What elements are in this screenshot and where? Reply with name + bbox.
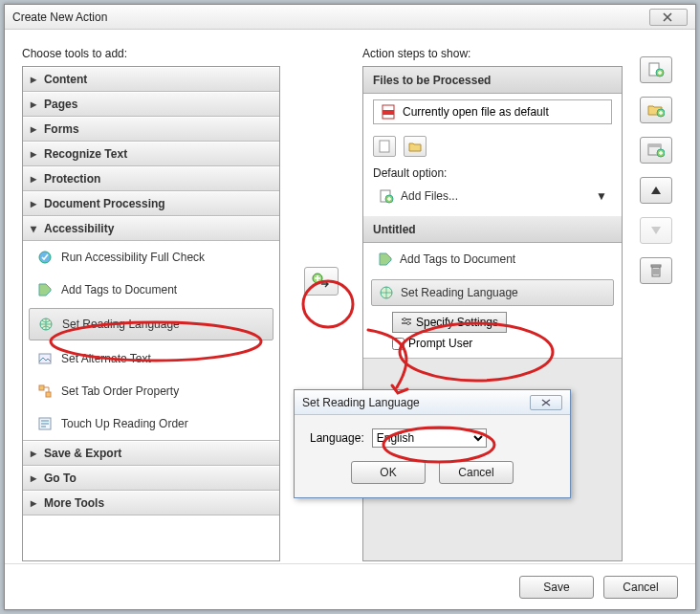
svg-point-15 <box>404 318 406 321</box>
section-pages[interactable]: ▸Pages <box>23 92 279 117</box>
group-files-to-process: Files to be Processed <box>363 67 622 94</box>
tools-panel: ▸Content ▸Pages ▸Forms ▸Recognize Text ▸… <box>22 66 280 561</box>
close-icon <box>539 399 553 406</box>
section-forms[interactable]: ▸Forms <box>23 117 279 142</box>
dialog-cancel-button[interactable]: Cancel <box>439 461 514 484</box>
choose-tools-label: Choose tools to add: <box>22 47 280 60</box>
dialog-close-button[interactable] <box>530 395 562 410</box>
tool-run-full-check[interactable]: Run Accessibility Full Check <box>23 241 279 274</box>
open-folder-button[interactable] <box>404 136 427 157</box>
section-content[interactable]: ▸Content <box>23 67 279 92</box>
section-protection[interactable]: ▸Protection <box>23 166 279 191</box>
create-new-action-window: Create New Action Choose tools to add: ▸… <box>4 4 696 610</box>
tools-column: Choose tools to add: ▸Content ▸Pages ▸Fo… <box>22 47 280 561</box>
svg-rect-3 <box>39 385 44 390</box>
group-untitled: Untitled <box>363 216 622 243</box>
prompt-user-row: Prompt User <box>392 337 614 350</box>
tab-order-icon <box>36 383 54 400</box>
dialog-ok-button[interactable]: OK <box>351 461 426 484</box>
folder-icon <box>408 141 422 152</box>
set-reading-language-dialog: Set Reading Language Language: English O… <box>294 389 571 498</box>
dialog-title: Set Reading Language <box>302 396 530 409</box>
check-icon <box>36 249 54 266</box>
add-arrow-icon <box>312 273 331 290</box>
add-folder-sidebutton[interactable] <box>640 97 672 123</box>
triangle-down-icon <box>650 226 662 235</box>
add-panel-sidebutton[interactable] <box>640 137 672 164</box>
tool-touch-up-reading-order[interactable]: Touch Up Reading Order <box>23 407 279 440</box>
svg-rect-2 <box>39 354 51 363</box>
globe-icon <box>378 284 395 301</box>
language-label: Language: <box>310 431 364 445</box>
panel-plus-icon <box>647 143 665 158</box>
language-select[interactable]: English <box>372 428 487 448</box>
svg-rect-8 <box>383 110 394 115</box>
section-accessibility[interactable]: ▾Accessibility <box>23 216 279 241</box>
add-files-dropdown[interactable]: Add Files... ▼ <box>373 184 612 208</box>
image-icon <box>36 350 54 367</box>
svg-rect-9 <box>380 141 389 152</box>
delete-sidebutton[interactable] <box>640 257 672 284</box>
svg-rect-4 <box>46 392 51 397</box>
add-to-action-button[interactable] <box>304 267 339 296</box>
page-plus-icon <box>647 62 665 77</box>
default-option-label: Default option: <box>363 163 622 182</box>
tool-set-reading-language[interactable]: Set Reading Language <box>29 308 273 340</box>
step-add-tags[interactable]: Add Tags to Document <box>371 247 614 272</box>
action-steps-label: Action steps to show: <box>362 47 623 60</box>
section-goto[interactable]: ▸Go To <box>23 466 279 491</box>
tag-icon <box>377 251 394 268</box>
blank-page-icon <box>379 140 390 153</box>
window-title: Create New Action <box>12 11 649 24</box>
trash-icon <box>649 263 663 278</box>
add-files-icon <box>378 187 395 205</box>
default-file-row: Currently open file as default <box>373 99 612 124</box>
close-icon <box>663 12 674 22</box>
tool-set-alt-text[interactable]: Set Alternate Text <box>23 342 279 375</box>
settings-icon <box>401 317 412 328</box>
move-up-sidebutton[interactable] <box>640 177 672 204</box>
titlebar: Create New Action <box>5 5 695 30</box>
section-document-processing[interactable]: ▸Document Processing <box>23 191 279 216</box>
caret-down-icon: ▼ <box>596 189 607 203</box>
side-buttons <box>640 47 678 561</box>
globe-icon <box>37 316 55 333</box>
step-set-reading-language[interactable]: Set Reading Language <box>371 279 614 306</box>
section-more-tools[interactable]: ▸More Tools <box>23 491 279 515</box>
svg-point-16 <box>407 322 410 325</box>
dialog-titlebar: Set Reading Language <box>295 390 570 415</box>
accessibility-tools-list: Run Accessibility Full Check Add Tags to… <box>23 241 279 441</box>
add-file-sidebutton[interactable] <box>640 56 672 83</box>
new-file-button[interactable] <box>373 136 396 157</box>
reading-order-icon <box>36 415 54 432</box>
cancel-button[interactable]: Cancel <box>603 576 678 599</box>
save-button[interactable]: Save <box>519 576 594 599</box>
svg-rect-24 <box>651 265 661 267</box>
move-down-sidebutton[interactable] <box>640 217 672 244</box>
tool-add-tags[interactable]: Add Tags to Document <box>23 274 279 306</box>
section-save-export[interactable]: ▸Save & Export <box>23 441 279 466</box>
tag-icon <box>36 281 54 298</box>
tool-set-tab-order[interactable]: Set Tab Order Property <box>23 375 279 407</box>
triangle-up-icon <box>650 186 662 195</box>
footer: Save Cancel <box>5 563 695 609</box>
specify-settings-button[interactable]: Specify Settings <box>392 312 507 333</box>
svg-rect-21 <box>648 144 661 147</box>
folder-plus-icon <box>647 102 665 118</box>
prompt-user-checkbox[interactable] <box>392 338 405 350</box>
window-close-button[interactable] <box>649 9 688 26</box>
pdf-icon <box>380 103 397 121</box>
prompt-user-checkbox-label[interactable]: Prompt User <box>392 337 472 350</box>
section-recognize-text[interactable]: ▸Recognize Text <box>23 142 279 166</box>
